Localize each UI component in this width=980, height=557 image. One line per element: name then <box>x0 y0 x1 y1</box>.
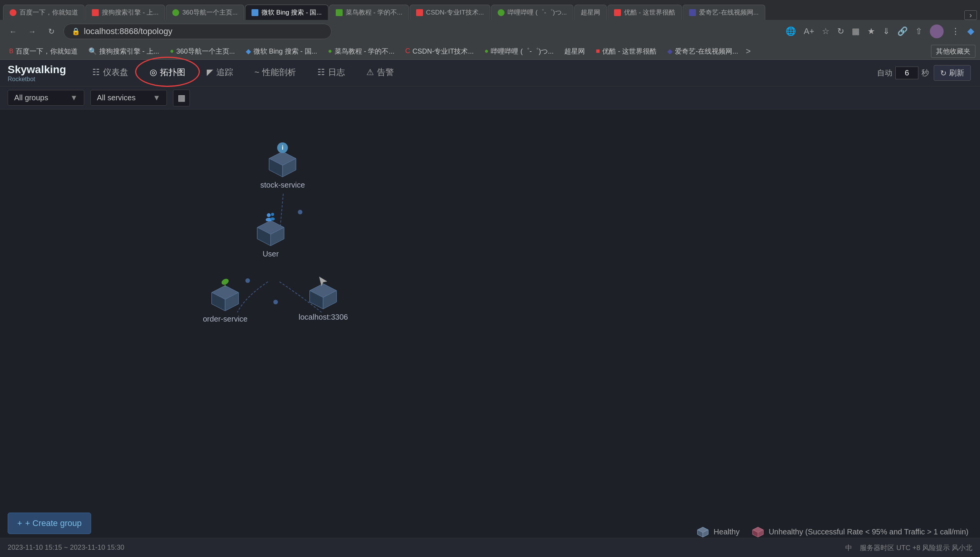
main-content: i stock-service <box>0 109 980 538</box>
nav-performance[interactable]: ~ 性能剖析 <box>244 60 307 86</box>
performance-icon: ~ <box>255 67 260 77</box>
download-icon[interactable]: ⇓ <box>883 26 890 36</box>
node-user[interactable]: User <box>253 217 288 258</box>
bookmark-runoob[interactable]: ● 菜鸟教程 - 学的不... <box>323 45 399 57</box>
order-service-label: order-service <box>203 315 248 323</box>
refresh-circle-icon[interactable]: ↻ <box>837 26 844 36</box>
bookmark-csdn[interactable]: C CSDN-专业IT技术... <box>401 45 479 57</box>
more-options-icon[interactable]: ⋮ <box>951 26 960 36</box>
alarm-icon: ⚠ <box>366 67 374 77</box>
status-bar: 2023-11-10 15:15 ~ 2023-11-10 15:30 中 服务… <box>0 538 980 557</box>
tab-360[interactable]: 360导航一个主页... <box>166 5 244 20</box>
layout-icon-btn[interactable]: ▦ <box>173 90 190 106</box>
extension-icon[interactable]: 🔗 <box>897 26 908 36</box>
bookmark-chaoxing[interactable]: 超星网 <box>560 45 590 57</box>
node-stock-service[interactable]: i stock-service <box>260 148 305 189</box>
legend-healthy: Healthy <box>696 526 740 538</box>
nav-items: ☷ 仪表盘 ◎ 拓扑图 ◤ 追踪 ~ 性能剖析 ☷ 日志 ⚠ 告警 <box>82 60 877 86</box>
groups-dropdown[interactable]: All groups ▼ <box>8 90 84 106</box>
forward-btn[interactable]: → <box>25 25 39 38</box>
server-info: 服务器时区 UTC +8 风险提示 风小北 <box>860 543 972 552</box>
localhost3306-label: localhost:3306 <box>299 313 348 322</box>
more-tabs-btn[interactable]: › <box>964 10 977 20</box>
font-increase-icon[interactable]: A+ <box>804 26 814 36</box>
bookmark-sogou[interactable]: 🔍 搜狗搜索引擎 - 上... <box>84 45 164 57</box>
header-right: 自动 秒 ↻ 刷新 <box>877 65 980 81</box>
bookmark-baidu[interactable]: B 百度一下，你就知道 <box>5 45 82 57</box>
legend-unhealthy-label: Unhealthy (Successful Rate < 95% and Tra… <box>769 528 969 536</box>
svg-point-11 <box>270 217 275 221</box>
layout-icon: ▦ <box>178 93 186 103</box>
nav-dashboard[interactable]: ☷ 仪表盘 <box>82 60 139 86</box>
create-group-plus-icon: + <box>17 518 22 528</box>
services-label: All services <box>97 93 136 102</box>
auto-label: 自动 <box>877 68 892 78</box>
nav-alarm[interactable]: ⚠ 告警 <box>356 60 405 86</box>
stock-service-label: stock-service <box>260 181 305 189</box>
legend-unhealthy: Unhealthy (Successful Rate < 95% and Tra… <box>751 526 969 538</box>
tab-runoob[interactable]: 菜鸟教程 - 学的不... <box>329 5 409 20</box>
refresh-button[interactable]: ↻ 刷新 <box>934 65 971 81</box>
bookmark-360[interactable]: ● 360导航一个主页... <box>165 45 240 57</box>
bookmark-bilibili[interactable]: ● 哔哩哔哩 (゜-゜)つ... <box>480 45 559 57</box>
toolbar: All groups ▼ All services ▼ ▦ <box>0 87 980 109</box>
url-text: localhost:8868/topology <box>84 26 172 36</box>
star-icon[interactable]: ☆ <box>822 26 830 36</box>
services-dropdown[interactable]: All services ▼ <box>90 90 167 106</box>
bookmark-bing[interactable]: ◆ 微软 Bing 搜索 - 国... <box>241 45 322 57</box>
svg-point-8 <box>267 213 271 217</box>
legend-healthy-label: Healthy <box>714 528 740 536</box>
nav-topology[interactable]: ◎ 拓扑图 <box>139 60 196 86</box>
refresh-label: 刷新 <box>949 68 964 78</box>
nav-topology-label: 拓扑图 <box>160 67 185 78</box>
bookmark-youku[interactable]: ■ 优酷 - 这世界很酷 <box>591 45 661 57</box>
svg-point-10 <box>271 213 274 216</box>
groups-label: All groups <box>14 93 48 102</box>
address-bar[interactable]: 🔒 localhost:8868/topology <box>64 24 332 39</box>
nav-trace[interactable]: ◤ 追踪 <box>196 60 244 86</box>
translate-icon[interactable]: 🌐 <box>786 26 796 36</box>
browser-tabs: 百度一下，你就知道 搜狗搜索引擎 - 上... 360导航一个主页... 微软 … <box>0 0 980 20</box>
tab-baidu[interactable]: 百度一下，你就知道 <box>3 5 85 20</box>
svg-point-1 <box>298 210 302 214</box>
reload-btn[interactable]: ↻ <box>44 25 58 38</box>
tab-sogou[interactable]: 搜狗搜索引擎 - 上... <box>85 5 165 20</box>
refresh-interval-input[interactable] <box>895 67 918 79</box>
share-icon[interactable]: ⇧ <box>915 26 922 36</box>
tab-youku[interactable]: 优酷 - 这世界很酷 <box>608 5 682 20</box>
topology-connections <box>0 109 980 538</box>
tab-csdn[interactable]: CSDN-专业IT技术... <box>410 5 490 20</box>
bookmark-iqiyi[interactable]: ◆ 爱奇艺-在线视频网... <box>663 45 743 57</box>
seconds-label: 秒 <box>921 68 929 78</box>
tab-layout-icon[interactable]: ▦ <box>852 26 860 36</box>
app-header: Skywalking Rocketbot ☷ 仪表盘 ◎ 拓扑图 ◤ 追踪 ~ … <box>0 60 980 87</box>
tab-bing[interactable]: 微软 Bing 搜索 - 国... <box>245 5 328 20</box>
topology-canvas[interactable]: i stock-service <box>0 109 980 538</box>
auto-refresh: 自动 秒 <box>877 67 929 79</box>
bookmarks-more-btn[interactable]: > <box>746 46 751 56</box>
topology-icon: ◎ <box>150 67 157 77</box>
logo: Skywalking Rocketbot <box>8 64 66 83</box>
bookmarks-folder-btn[interactable]: 其他收藏夹 <box>931 45 975 58</box>
node-localhost3306[interactable]: localhost:3306 <box>299 280 348 322</box>
logo-text: Skywalking <box>8 64 66 76</box>
tab-chaoxing[interactable]: 超星网 <box>574 5 607 20</box>
chart-icon: ☷ <box>92 67 100 77</box>
browser-toolbar: ← → ↻ 🔒 localhost:8868/topology 🌐 A+ ☆ ↻… <box>0 20 980 43</box>
edge-icon: ◆ <box>967 26 974 36</box>
profile-icon[interactable] <box>930 25 944 38</box>
nav-log[interactable]: ☷ 日志 <box>307 60 356 86</box>
nav-trace-label: 追踪 <box>216 67 233 78</box>
locale-indicator: 中 <box>845 543 852 552</box>
trace-icon: ◤ <box>207 67 213 77</box>
services-dropdown-arrow: ▼ <box>153 93 160 102</box>
log-icon: ☷ <box>317 67 325 77</box>
bookmark-icon[interactable]: ★ <box>867 26 875 36</box>
order-service-icon <box>208 282 242 312</box>
create-group-button[interactable]: + + Create group <box>8 513 91 534</box>
tab-bilibili[interactable]: 哔哩哔哩 (゜-゜)つ... <box>491 5 573 20</box>
tab-iqiyi[interactable]: 爱奇艺-在线视频网... <box>683 5 765 20</box>
back-btn[interactable]: ← <box>6 25 20 38</box>
localhost3306-icon <box>306 280 340 310</box>
node-order-service[interactable]: order-service <box>203 282 248 323</box>
